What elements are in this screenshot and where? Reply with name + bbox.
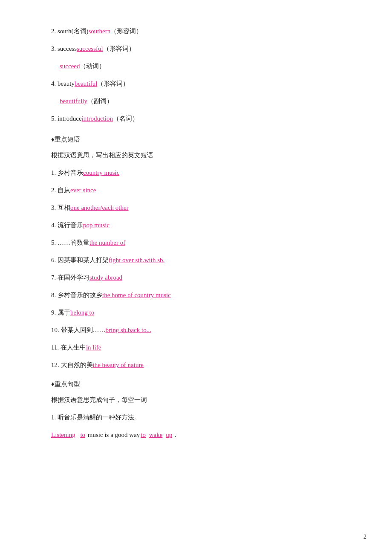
phrase-item-7: 7. 在国外学习 study abroad: [51, 272, 341, 283]
phrases-desc: 根据汉语意思，写出相应的英文短语: [51, 150, 341, 161]
phrase4-fill: pop music: [83, 220, 110, 231]
sentence-item-1-chinese: 1. 听音乐是清醒的一种好方法。: [51, 412, 341, 423]
phrase9-fill: belong to: [70, 307, 94, 318]
phrase8-fill: the home of country music: [102, 289, 171, 301]
phrase3-fill: one another/each other: [70, 202, 129, 214]
phrase-item-4: 4. 流行音乐 pop music: [51, 220, 341, 231]
word-forms-section: 2. south(名词) southern （形容词） 3. success s…: [51, 26, 341, 124]
wf3b-fill: succeed: [60, 61, 80, 72]
phrase-item-10: 10. 带某人回到…… bring sb.back to...: [51, 324, 341, 336]
phrase3-chinese: 3. 互相: [51, 202, 70, 214]
phrase12-fill: the beauty of nature: [93, 359, 144, 371]
page-number: 2: [363, 532, 366, 542]
sentence1-chinese: 1. 听音乐是清醒的一种好方法。: [51, 412, 141, 423]
phrase9-chinese: 9. 属于: [51, 307, 70, 318]
phrase10-fill: bring sb.back to...: [106, 324, 151, 336]
wf4-suffix: （形容词）: [97, 78, 129, 90]
word-form-item-4b: beautifully （副词）: [60, 95, 341, 107]
sentence1-fill3: to: [141, 429, 146, 441]
sentence1-blank3: [163, 429, 165, 441]
wf5-suffix: （名词）: [113, 113, 138, 124]
word-form-item-2: 2. south(名词) southern （形容词）: [51, 26, 341, 37]
wf4-prefix: 4. beauty: [51, 78, 75, 90]
wf5-prefix: 5. introduce: [51, 113, 82, 124]
sentence1-mid: music is a good way: [86, 429, 140, 441]
wf4-fill: beautiful: [75, 78, 97, 90]
word-form-item-5: 5. introduce introduction （名词）: [51, 113, 341, 124]
sentences-section: ♦重点句型 根据汉语意思完成句子，每空一词 1. 听音乐是清醒的一种好方法。 L…: [51, 379, 341, 441]
wf2-suffix: （形容词）: [110, 26, 142, 37]
phrase1-chinese: 1. 乡村音乐: [51, 167, 83, 179]
sentence-item-1-english: Listening to music is a good way to wake…: [51, 429, 341, 441]
sentence1-blank2: [147, 429, 148, 441]
word-form-item-3: 3. success successful （形容词）: [51, 43, 341, 55]
phrase-item-5: 5. ……的数量 the number of: [51, 237, 341, 249]
phrases-section: ♦重点短语 根据汉语意思，写出相应的英文短语 1. 乡村音乐 country m…: [51, 134, 341, 371]
phrase7-chinese: 7. 在国外学习: [51, 272, 89, 283]
phrase-item-6: 6. 因某事和某人打架 fight over sth.with sb.: [51, 254, 341, 266]
phrase-item-3: 3. 互相 one another/each other: [51, 202, 341, 214]
sentence1-fill5: up: [166, 429, 172, 441]
wf3-fill: successful: [77, 43, 103, 55]
sentence1-fill4: wake: [149, 429, 163, 441]
phrase4-chinese: 4. 流行音乐: [51, 220, 83, 231]
phrase-item-8: 8. 乡村音乐的故乡 the home of country music: [51, 289, 341, 301]
phrase2-chinese: 2. 自从: [51, 185, 70, 196]
phrase11-fill: in life: [86, 342, 101, 353]
phrase12-chinese: 12. 大自然的美: [51, 359, 93, 371]
phrase-item-12: 12. 大自然的美 the beauty of nature: [51, 359, 341, 371]
word-form-item-3b: succeed （动词）: [60, 61, 341, 72]
phrase7-fill: study abroad: [89, 272, 122, 283]
sentence1-fill1: Listening: [51, 429, 75, 441]
phrase5-chinese: 5. ……的数量: [51, 237, 89, 249]
sentence1-period: .: [173, 429, 176, 441]
phrase1-fill: country music: [83, 167, 119, 179]
wf2-fill: southern: [89, 26, 111, 37]
wf5-fill: introduction: [82, 113, 113, 124]
phrase8-chinese: 8. 乡村音乐的故乡: [51, 289, 102, 301]
phrase-item-2: 2. 自从 ever since: [51, 185, 341, 196]
sentences-desc: 根据汉语意思完成句子，每空一词: [51, 394, 341, 406]
page-content: 2. south(名词) southern （形容词） 3. success s…: [51, 26, 341, 441]
phrase6-fill: fight over sth.with sb.: [109, 254, 164, 266]
phrase11-chinese: 11. 在人生中: [51, 342, 86, 353]
phrase5-fill: the number of: [89, 237, 125, 249]
phrases-title: ♦重点短语: [51, 134, 341, 145]
wf3-prefix: 3. success: [51, 43, 77, 55]
wf3b-suffix: （动词）: [80, 61, 105, 72]
phrase6-chinese: 6. 因某事和某人打架: [51, 254, 109, 266]
phrase2-fill: ever since: [70, 185, 96, 196]
sentences-title: ♦重点句型: [51, 379, 341, 390]
word-form-item-4: 4. beauty beautiful （形容词）: [51, 78, 341, 90]
phrase-item-11: 11. 在人生中 in life: [51, 342, 341, 353]
phrase-item-1: 1. 乡村音乐 country music: [51, 167, 341, 179]
phrase-item-9: 9. 属于 belong to: [51, 307, 341, 318]
sentence1-fill2: to: [80, 429, 85, 441]
wf4b-suffix: （副词）: [87, 95, 113, 107]
phrase10-chinese: 10. 带某人回到……: [51, 324, 106, 336]
sentence1-blank1: [77, 429, 79, 441]
wf4b-fill: beautifully: [60, 95, 87, 107]
wf3-suffix: （形容词）: [103, 43, 135, 55]
wf2-prefix: 2. south(名词): [51, 26, 89, 37]
